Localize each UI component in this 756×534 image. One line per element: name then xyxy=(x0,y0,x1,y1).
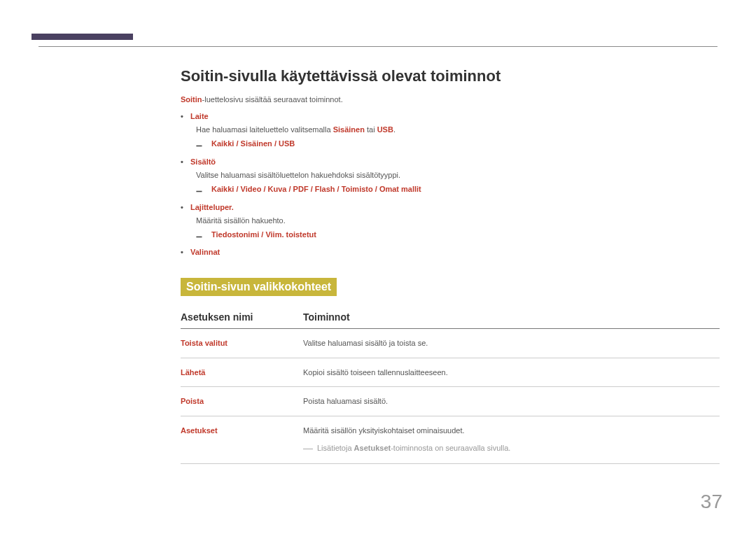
table-row: Poista Poista haluamasi sisältö. xyxy=(181,387,720,416)
sub-row: ‒ Kaikki / Sisäinen / USB xyxy=(196,138,720,153)
table-header-row: Asetuksen nimi Toiminnot xyxy=(181,306,720,329)
opt-func: Valitse haluamasi sisältö ja toista se. xyxy=(303,329,720,358)
dash-icon: ‒ xyxy=(196,183,211,199)
dash-icon: ‒ xyxy=(196,138,211,153)
opt-name: Lähetä xyxy=(181,358,303,387)
table-row: Toista valitut Valitse haluamasi sisältö… xyxy=(181,329,720,358)
feature-desc: Valitse haluamasi sisältöluettelon hakue… xyxy=(196,168,720,181)
feature-label: Valinnat xyxy=(190,248,220,256)
sub-row: ‒ Kaikki / Video / Kuva / PDF / Flash / … xyxy=(196,183,720,199)
intro-bold: Soitin xyxy=(181,95,202,104)
page: Soitin-sivulla käytettävissä olevat toim… xyxy=(0,0,756,534)
opt-func: Kopioi sisältö toiseen tallennuslaittees… xyxy=(303,358,720,387)
options-table: Asetuksen nimi Toiminnot Toista valitut … xyxy=(181,306,720,464)
bullet-icon: • xyxy=(181,111,190,122)
content-area: Soitin-sivulla käytettävissä olevat toim… xyxy=(181,67,720,464)
feature-item: •Lajitteluper. Määritä sisällön hakuehto… xyxy=(181,202,720,244)
feature-item: •Sisältö Valitse haluamasi sisältöluette… xyxy=(181,156,720,199)
feature-label: Lajitteluper. xyxy=(190,203,234,211)
intro-rest: -luettelosivu sisältää seuraavat toiminn… xyxy=(202,95,343,104)
header-accent-bar xyxy=(31,34,133,40)
opt-func: Määritä sisällön yksityiskohtaiset omina… xyxy=(303,416,720,464)
page-number: 37 xyxy=(701,491,722,513)
opt-func: Poista haluamasi sisältö. xyxy=(303,387,720,416)
bullet-icon: • xyxy=(181,246,190,258)
intro-line: Soitin-luettelosivu sisältää seuraavat t… xyxy=(181,95,720,104)
sub-values: Tiedostonimi / Viim. toistetut xyxy=(211,229,316,241)
feature-list: •Laite Hae haluamasi laiteluettelo valit… xyxy=(181,111,720,258)
dash-icon: ― xyxy=(303,441,317,456)
feature-sublist: ‒ Kaikki / Video / Kuva / PDF / Flash / … xyxy=(196,183,720,199)
feature-sublist: ‒ Kaikki / Sisäinen / USB xyxy=(196,138,720,153)
feature-desc: Määritä sisällön hakuehto. xyxy=(196,213,720,227)
opt-name: Poista xyxy=(181,387,303,416)
section-heading-highlight: Soitin-sivun valikkokohteet xyxy=(181,278,337,296)
table-row: Asetukset Määritä sisällön yksityiskohta… xyxy=(181,416,720,464)
opt-name: Asetukset xyxy=(181,416,303,464)
sub-values: Kaikki / Video / Kuva / PDF / Flash / To… xyxy=(211,183,421,195)
feature-item: •Laite Hae haluamasi laiteluettelo valit… xyxy=(181,111,720,153)
table-row: Lähetä Kopioi sisältö toiseen tallennusl… xyxy=(181,358,720,387)
sub-row: ‒ Tiedostonimi / Viim. toistetut xyxy=(196,229,720,244)
opt-func-text: Määritä sisällön yksityiskohtaiset omina… xyxy=(303,425,720,437)
col-header-func: Toiminnot xyxy=(303,306,720,329)
feature-desc: Hae haluamasi laiteluettelo valitsemalla… xyxy=(196,122,720,136)
col-header-name: Asetuksen nimi xyxy=(181,306,303,329)
feature-item: •Valinnat xyxy=(181,246,720,258)
opt-note: ―Lisätietoja Asetukset-toiminnosta on se… xyxy=(303,436,720,455)
dash-icon: ‒ xyxy=(196,229,211,244)
sub-values: Kaikki / Sisäinen / USB xyxy=(211,138,295,150)
opt-name: Toista valitut xyxy=(181,329,303,358)
feature-sublist: ‒ Tiedostonimi / Viim. toistetut xyxy=(196,229,720,244)
feature-label: Sisältö xyxy=(190,157,216,166)
page-title: Soitin-sivulla käytettävissä olevat toim… xyxy=(181,67,720,85)
bullet-icon: • xyxy=(181,156,190,168)
header-rule xyxy=(38,46,718,47)
feature-label: Laite xyxy=(190,112,209,120)
bullet-icon: • xyxy=(181,202,190,213)
